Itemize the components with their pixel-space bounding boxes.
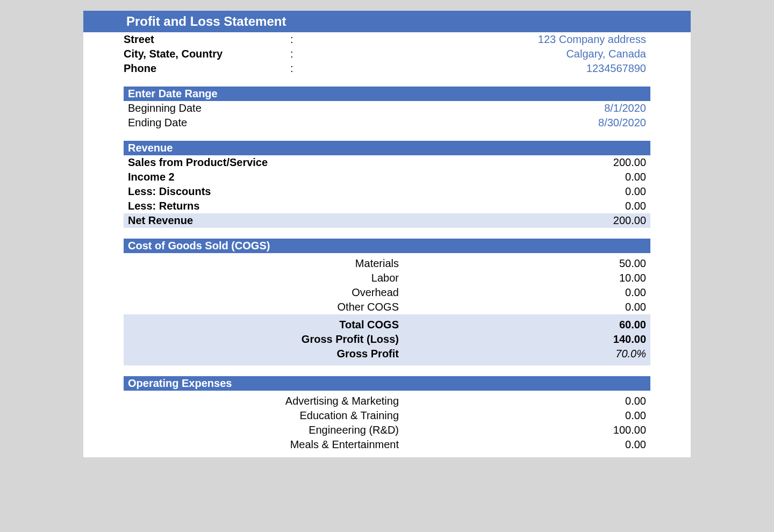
cogs-row: Labor 10.00 bbox=[124, 271, 650, 285]
cogs-summary-block: Total COGS 60.00 Gross Profit (Loss) 140… bbox=[124, 314, 650, 365]
city-label: City, State, Country bbox=[124, 48, 290, 60]
company-info-block: Street : 123 Company address City, State… bbox=[83, 32, 691, 76]
revenue-row: Less: Returns 0.00 bbox=[124, 199, 650, 213]
beginning-date-label: Beginning Date bbox=[128, 102, 202, 114]
colon: : bbox=[290, 48, 387, 60]
section-header-revenue: Revenue bbox=[124, 141, 650, 155]
total-cogs-row: Total COGS 60.00 bbox=[128, 318, 646, 332]
opex-row-label: Advertising & Marketing bbox=[128, 395, 399, 407]
date-range-block: Beginning Date 8/1/2020 Ending Date 8/30… bbox=[83, 101, 691, 130]
info-row-city: City, State, Country : Calgary, Canada bbox=[124, 47, 650, 61]
colon: : bbox=[290, 62, 387, 75]
opex-row-value: 100.00 bbox=[399, 424, 646, 436]
revenue-row-label: Less: Returns bbox=[128, 200, 199, 212]
document-title: Profit and Loss Statement bbox=[83, 11, 691, 32]
colon: : bbox=[290, 33, 387, 46]
opex-row-value: 0.00 bbox=[399, 395, 646, 407]
opex-row: Meals & Entertainment 0.00 bbox=[124, 437, 650, 452]
cogs-row: Overhead 0.00 bbox=[124, 285, 650, 300]
line-beginning-date: Beginning Date 8/1/2020 bbox=[124, 101, 650, 116]
gross-profit-loss-value: 140.00 bbox=[399, 333, 646, 346]
total-cogs-value: 60.00 bbox=[399, 319, 646, 331]
total-cogs-label: Total COGS bbox=[339, 319, 399, 331]
section-header-opex: Operating Expenses bbox=[124, 376, 650, 391]
opex-row-value: 0.00 bbox=[399, 438, 646, 451]
revenue-row: Income 2 0.00 bbox=[124, 170, 650, 184]
section-header-cogs: Cost of Goods Sold (COGS) bbox=[124, 239, 650, 253]
revenue-row-value: 200.00 bbox=[613, 156, 646, 169]
opex-block: Advertising & Marketing 0.00 Education &… bbox=[83, 391, 691, 452]
gross-profit-loss-label: Gross Profit (Loss) bbox=[302, 333, 399, 346]
phone-label: Phone bbox=[124, 62, 290, 75]
street-value: 123 Company address bbox=[387, 33, 650, 46]
cogs-row-label: Other COGS bbox=[128, 301, 399, 313]
revenue-block: Sales from Product/Service 200.00 Income… bbox=[83, 155, 691, 213]
net-revenue-row: Net Revenue 200.00 bbox=[124, 213, 650, 228]
cogs-row-value: 50.00 bbox=[399, 257, 646, 270]
gross-profit-label: Gross Profit bbox=[336, 348, 399, 360]
opex-row-label: Education & Training bbox=[128, 409, 399, 422]
revenue-row-label: Income 2 bbox=[128, 171, 175, 183]
opex-row-label: Meals & Entertainment bbox=[128, 438, 399, 451]
gross-profit-value: 70.0% bbox=[399, 348, 646, 360]
cogs-row-value: 10.00 bbox=[399, 272, 646, 284]
net-revenue-label: Net Revenue bbox=[128, 214, 193, 227]
cogs-row-label: Materials bbox=[128, 257, 399, 270]
cogs-row-label: Overhead bbox=[128, 286, 399, 299]
gross-profit-row: Gross Profit 70.0% bbox=[128, 347, 646, 361]
info-row-street: Street : 123 Company address bbox=[124, 32, 650, 47]
net-revenue-value: 200.00 bbox=[613, 214, 646, 227]
cogs-block: Materials 50.00 Labor 10.00 Overhead 0.0… bbox=[83, 253, 691, 314]
ending-date-label: Ending Date bbox=[128, 117, 187, 129]
gross-profit-loss-row: Gross Profit (Loss) 140.00 bbox=[128, 332, 646, 347]
opex-row: Advertising & Marketing 0.00 bbox=[124, 394, 650, 408]
revenue-row: Sales from Product/Service 200.00 bbox=[124, 155, 650, 170]
line-ending-date: Ending Date 8/30/2020 bbox=[124, 116, 650, 130]
opex-row-value: 0.00 bbox=[399, 409, 646, 422]
opex-row-label: Engineering (R&D) bbox=[128, 424, 399, 436]
revenue-row-label: Sales from Product/Service bbox=[128, 156, 268, 169]
cogs-row: Other COGS 0.00 bbox=[124, 300, 650, 314]
cogs-row-label: Labor bbox=[128, 272, 399, 284]
revenue-row-label: Less: Discounts bbox=[128, 185, 211, 198]
section-header-date-range: Enter Date Range bbox=[124, 87, 650, 101]
revenue-row-value: 0.00 bbox=[625, 185, 646, 198]
document-page: Profit and Loss Statement Street : 123 C… bbox=[83, 11, 691, 457]
ending-date-value: 8/30/2020 bbox=[598, 117, 646, 129]
cogs-row-value: 0.00 bbox=[399, 286, 646, 299]
info-row-phone: Phone : 1234567890 bbox=[124, 61, 650, 76]
opex-row: Education & Training 0.00 bbox=[124, 408, 650, 423]
revenue-row-value: 0.00 bbox=[625, 171, 646, 183]
opex-row: Engineering (R&D) 100.00 bbox=[124, 423, 650, 437]
beginning-date-value: 8/1/2020 bbox=[604, 102, 646, 114]
street-label: Street bbox=[124, 33, 290, 46]
revenue-row: Less: Discounts 0.00 bbox=[124, 184, 650, 199]
city-value: Calgary, Canada bbox=[387, 48, 650, 60]
cogs-row-value: 0.00 bbox=[399, 301, 646, 313]
revenue-row-value: 0.00 bbox=[625, 200, 646, 212]
phone-value: 1234567890 bbox=[387, 62, 650, 75]
cogs-row: Materials 50.00 bbox=[124, 256, 650, 271]
